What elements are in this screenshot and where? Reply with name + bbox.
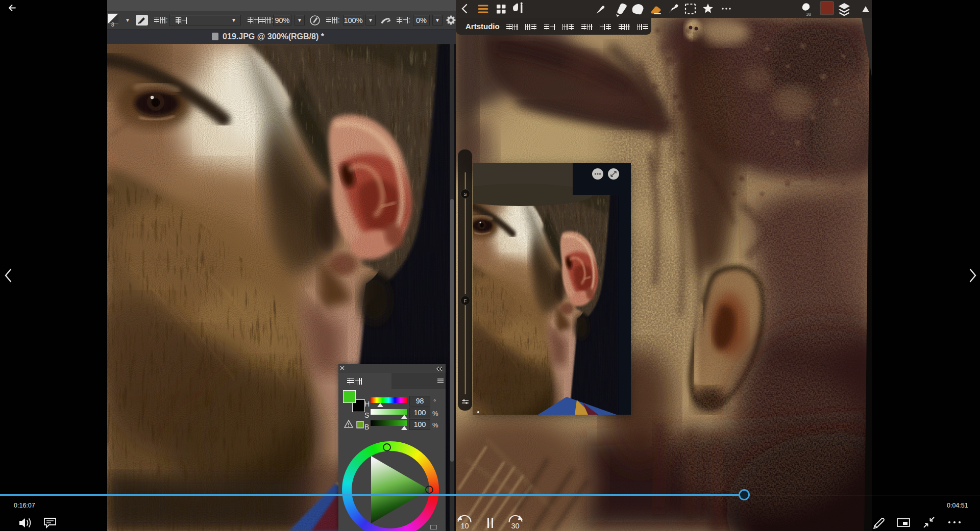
svg-text:30: 30 xyxy=(511,522,519,530)
svg-text:F: F xyxy=(464,298,467,304)
svg-text:38: 38 xyxy=(806,12,811,17)
svg-text:10: 10 xyxy=(460,522,469,530)
svg-text:S: S xyxy=(463,192,467,197)
